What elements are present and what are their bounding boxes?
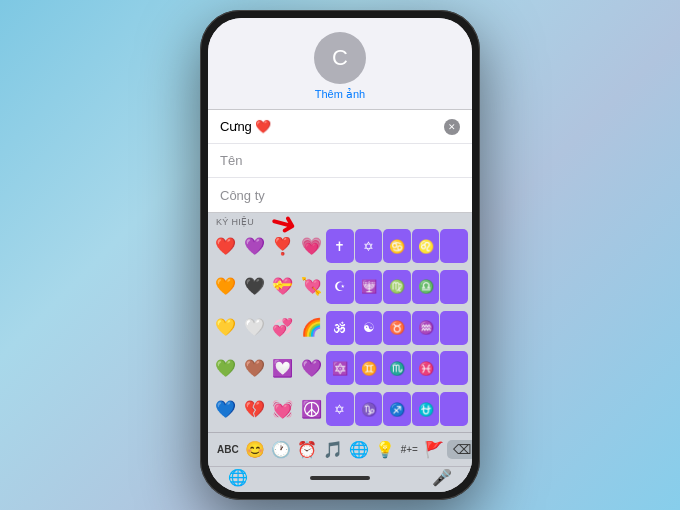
congty-placeholder: Công ty — [220, 188, 265, 203]
phone-bottom: 🌐 🎤 — [208, 466, 472, 492]
emoji-beating-heart[interactable]: 💓 — [269, 392, 297, 426]
emoji-button[interactable]: 😊 — [242, 438, 268, 461]
home-bar[interactable] — [310, 476, 370, 480]
emoji-revolving-hearts[interactable]: 💞 — [269, 311, 297, 345]
symbol-libra[interactable]: ♎ — [412, 270, 440, 304]
symbol-ophiuchus[interactable]: ⛎ — [412, 392, 440, 426]
symbol-star-david2[interactable]: 🔯 — [326, 351, 354, 385]
emoji-heart-exclaim[interactable]: ❣️ — [269, 229, 297, 263]
symbol-aquarius[interactable]: ♒ — [412, 311, 440, 345]
name-field[interactable]: Cưng ❤️ ✕ — [208, 110, 472, 144]
emoji-heart-ribbon[interactable]: 💝 — [269, 270, 297, 304]
top-area: C Thêm ảnh Cưng ❤️ ✕ Tên Công ty — [208, 18, 472, 213]
symbol-scorpio[interactable]: ♏ — [383, 351, 411, 385]
symbol-taurus[interactable]: ♉ — [383, 311, 411, 345]
clock-button[interactable]: 🕐 — [268, 438, 294, 461]
congty-field[interactable]: Công ty — [208, 178, 472, 212]
abc-button[interactable]: ABC — [214, 442, 242, 457]
symbol-gemini[interactable]: ♊ — [355, 351, 383, 385]
music-button[interactable]: 🎵 — [320, 438, 346, 461]
mic-icon[interactable]: 🎤 — [432, 468, 452, 487]
emoji-purple-heart[interactable]: 💜 — [241, 229, 269, 263]
symbol-crescent[interactable]: ☪ — [326, 270, 354, 304]
contact-form: Cưng ❤️ ✕ Tên Công ty — [208, 109, 472, 213]
symbol-placeholder3[interactable] — [440, 311, 468, 345]
ten-placeholder: Tên — [220, 153, 242, 168]
section-label: KÝ HIỆU — [208, 213, 472, 229]
globe-icon[interactable]: 🌐 — [228, 468, 248, 487]
emoji-rainbow-heart[interactable]: 🌈 — [298, 311, 326, 345]
symbol-virgo[interactable]: ♍ — [383, 270, 411, 304]
emoji-heart-decoration[interactable]: 💟 — [269, 351, 297, 385]
add-photo-label[interactable]: Thêm ảnh — [315, 88, 365, 101]
delete-button[interactable]: ⌫ — [447, 440, 472, 459]
symbol-pisces[interactable]: ♓ — [412, 351, 440, 385]
emoji-purple-heart2[interactable]: 💜 — [298, 351, 326, 385]
symbol-cross[interactable]: ✝ — [326, 229, 354, 263]
emoji-sparkling-heart[interactable]: 💗 — [298, 229, 326, 263]
hash-button[interactable]: #+= — [398, 442, 421, 457]
symbol-menorah[interactable]: 🕎 — [355, 270, 383, 304]
symbol-sagittarius[interactable]: ♐ — [383, 392, 411, 426]
symbol-star-david[interactable]: ✡ — [355, 229, 383, 263]
alarm-button[interactable]: ⏰ — [294, 438, 320, 461]
symbol-om[interactable]: 🕉 — [326, 311, 354, 345]
emoji-brown-heart[interactable]: 🤎 — [241, 351, 269, 385]
bulb-button[interactable]: 💡 — [372, 438, 398, 461]
symbol-star-david3[interactable]: ✡ — [326, 392, 354, 426]
keyboard-toolbar: ABC 😊 🕐 ⏰ 🎵 🌐 💡 #+= 🚩 ⌫ — [208, 432, 472, 466]
emoji-keyboard: KÝ HIỆU ❤️ 💜 ❣️ 💗 ✝ ✡ ♋ ♌ 🧡 🖤 💝 💘 ☪ � — [208, 213, 472, 466]
symbol-capricorn[interactable]: ♑ — [355, 392, 383, 426]
phone-frame: C Thêm ảnh Cưng ❤️ ✕ Tên Công ty — [200, 10, 480, 500]
flag-button[interactable]: 🚩 — [421, 438, 447, 461]
emoji-orange-heart[interactable]: 🧡 — [212, 270, 240, 304]
globe-button[interactable]: 🌐 — [346, 438, 372, 461]
avatar[interactable]: C — [314, 32, 366, 84]
symbol-yin-yang[interactable]: ☯ — [355, 311, 383, 345]
emoji-black-heart[interactable]: 🖤 — [241, 270, 269, 304]
emoji-broken-heart[interactable]: 💔 — [241, 392, 269, 426]
symbol-cancer[interactable]: ♋ — [383, 229, 411, 263]
emoji-yellow-heart[interactable]: 💛 — [212, 311, 240, 345]
symbol-leo[interactable]: ♌ — [412, 229, 440, 263]
emoji-red-heart[interactable]: ❤️ — [212, 229, 240, 263]
emoji-white-heart[interactable]: 🤍 — [241, 311, 269, 345]
name-value: Cưng ❤️ — [220, 119, 444, 134]
clear-button[interactable]: ✕ — [444, 119, 460, 135]
emoji-cupid[interactable]: 💘 — [298, 270, 326, 304]
emoji-blue-heart[interactable]: 💙 — [212, 392, 240, 426]
emoji-grid: ❤️ 💜 ❣️ 💗 ✝ ✡ ♋ ♌ 🧡 🖤 💝 💘 ☪ 🕎 ♍ ♎ — [208, 229, 472, 432]
emoji-peace[interactable]: ☮️ — [298, 392, 326, 426]
symbol-placeholder1[interactable] — [440, 229, 468, 263]
phone-screen: C Thêm ảnh Cưng ❤️ ✕ Tên Công ty — [208, 18, 472, 492]
symbol-placeholder5[interactable] — [440, 392, 468, 426]
emoji-green-heart[interactable]: 💚 — [212, 351, 240, 385]
symbol-placeholder2[interactable] — [440, 270, 468, 304]
symbol-placeholder4[interactable] — [440, 351, 468, 385]
ten-field[interactable]: Tên — [208, 144, 472, 178]
